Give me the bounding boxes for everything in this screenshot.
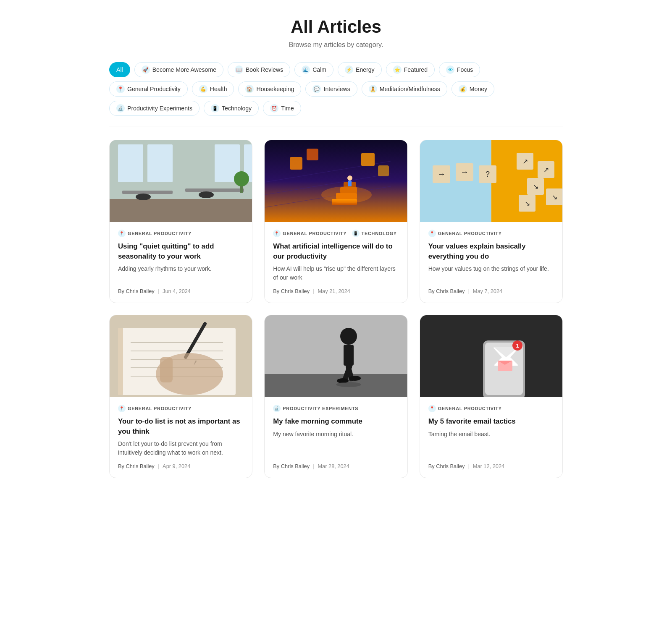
filter-btn-time[interactable]: ⏰Time [263,101,301,116]
filter-label-all: All [116,66,123,73]
svg-point-60 [340,328,357,345]
svg-text:↘: ↘ [524,200,530,207]
article-date-1: Jun 4, 2024 [163,288,191,294]
cat-label-primary-5: PRODUCTIVITY EXPERIMENTS [283,406,358,411]
svg-text:→: → [437,169,446,178]
article-desc-1: Adding yearly rhythms to your work. [118,264,244,282]
article-title-6: My 5 favorite email tactics [428,416,554,427]
filter-btn-money[interactable]: 💰Money [452,81,494,97]
article-cat-tag-primary-4: 📍GENERAL PRODUCTIVITY [118,405,192,412]
filter-icon-general-productivity: 📍 [116,85,125,93]
filter-btn-all[interactable]: All [109,62,130,77]
svg-rect-59 [265,374,407,397]
cat-label-primary-2: GENERAL PRODUCTIVITY [283,231,346,236]
article-cat-tag-primary-2: 📍GENERAL PRODUCTIVITY [273,230,346,237]
cat-icon-4: 📍 [118,405,126,412]
article-author-1: By Chris Bailey [118,288,155,294]
article-card-1[interactable]: 📍GENERAL PRODUCTIVITYUsing "quiet quitti… [109,140,252,303]
article-image-5 [265,315,407,397]
filter-label-general-productivity: General Productivity [127,86,181,92]
svg-text:↗: ↗ [522,158,528,165]
filter-btn-featured[interactable]: ⭐Featured [386,62,435,77]
filter-icon-book-reviews: 📖 [235,65,243,74]
filter-btn-book-reviews[interactable]: 📖Book Reviews [228,62,290,77]
filter-label-featured: Featured [404,66,428,73]
filter-icon-energy: ⚡ [345,65,353,74]
filter-icon-productivity-experiments: 🔬 [116,104,125,113]
article-body-4: 📍GENERAL PRODUCTIVITYYour to-do list is … [110,397,252,478]
filter-btn-technology[interactable]: 📱Technology [204,101,259,116]
filter-label-money: Money [470,86,487,92]
article-body-2: 📍GENERAL PRODUCTIVITY📱TECHNOLOGYWhat art… [265,222,407,303]
filter-label-energy: Energy [356,66,375,73]
filter-btn-health[interactable]: 💪Health [192,81,234,97]
svg-rect-61 [344,345,354,366]
cat-icon-1: 📍 [118,230,126,237]
svg-text:?: ? [486,170,490,178]
svg-rect-26 [378,165,389,176]
article-card-6[interactable]: 1 📍GENERAL PRODUCTIVITYMy 5 favorite ema… [420,315,563,478]
article-desc-4: Don't let your to-do list prevent you fr… [118,440,244,457]
article-image-1 [110,140,252,222]
article-image-4 [110,315,252,397]
article-cat-tag-primary-3: 📍GENERAL PRODUCTIVITY [428,230,502,237]
svg-text:→: → [460,167,469,176]
filter-btn-general-productivity[interactable]: 📍General Productivity [109,81,188,97]
filter-btn-meditation-mindfulness[interactable]: 🧘Meditation/Mindfulness [362,81,447,97]
filter-btn-productivity-experiments[interactable]: 🔬Productivity Experiments [109,101,200,116]
article-desc-6: Taming the email beast. [428,430,554,458]
article-image-6: 1 [420,315,562,397]
filter-btn-energy[interactable]: ⚡Energy [338,62,382,77]
article-title-3: Your values explain basically everything… [428,241,554,261]
filter-btn-focus[interactable]: 👁Focus [439,62,480,77]
filter-btn-become-more-awesome[interactable]: 🚀Become More Awesome [134,62,223,77]
article-category-row-1: 📍GENERAL PRODUCTIVITY [118,230,244,237]
article-title-1: Using "quiet quitting" to add seasonalit… [118,241,244,261]
article-cat-tag-primary-6: 📍GENERAL PRODUCTIVITY [428,405,502,412]
filter-icon-interviews: 💬 [312,85,321,93]
article-card-5[interactable]: 🔬PRODUCTIVITY EXPERIMENTSMy fake morning… [264,315,407,478]
filter-btn-interviews[interactable]: 💬Interviews [305,81,357,97]
svg-rect-2 [110,199,252,222]
article-author-4: By Chris Bailey [118,463,155,469]
filter-label-technology: Technology [222,105,252,112]
page-title: All Articles [109,17,563,37]
svg-rect-23 [290,157,302,170]
filter-btn-calm[interactable]: 🌊Calm [294,62,333,77]
filter-label-become-more-awesome: Become More Awesome [152,66,216,73]
divider [109,126,563,126]
article-title-5: My fake morning commute [273,416,399,427]
article-image-2 [265,140,407,222]
article-card-3[interactable]: → → ? ↗ ↗ ↘ ↘ ↘ 📍GENERAL PRODUCTIVITYYou… [420,140,563,303]
article-date-6: Mar 12, 2024 [473,463,504,469]
article-title-4: Your to-do list is not as important as y… [118,416,244,436]
filter-icon-become-more-awesome: 🚀 [142,65,150,74]
filter-label-housekeeping: Housekeeping [256,86,294,92]
svg-rect-22 [348,181,352,186]
article-author-3: By Chris Bailey [428,288,465,294]
article-category-row-6: 📍GENERAL PRODUCTIVITY [428,405,554,412]
article-card-2[interactable]: 📍GENERAL PRODUCTIVITY📱TECHNOLOGYWhat art… [264,140,407,303]
page-container: All Articles Browse my articles by categ… [101,0,571,495]
article-card-4[interactable]: 📍GENERAL PRODUCTIVITYYour to-do list is … [109,315,252,478]
article-meta-4: By Chris Bailey|Apr 9, 2024 [118,463,244,469]
filter-icon-meditation-mindfulness: 🧘 [369,85,377,93]
cat-label-primary-1: GENERAL PRODUCTIVITY [128,231,192,236]
svg-rect-7 [122,191,173,194]
svg-rect-25 [361,153,375,166]
svg-text:↘: ↘ [551,194,557,201]
article-desc-3: How your values tug on the strings of yo… [428,264,554,282]
filter-icon-time: ⏰ [270,104,278,113]
article-cat-tag-primary-5: 🔬PRODUCTIVITY EXPERIMENTS [273,405,358,412]
cat-label-primary-6: GENERAL PRODUCTIVITY [438,406,502,411]
filter-icon-health: 💪 [199,85,207,93]
cat-label-secondary-2: TECHNOLOGY [362,231,397,236]
article-category-row-2: 📍GENERAL PRODUCTIVITY📱TECHNOLOGY [273,230,399,237]
filter-label-health: Health [210,86,227,92]
filter-btn-housekeeping[interactable]: 🏠Housekeeping [238,81,301,97]
svg-point-12 [234,171,249,186]
cat-icon-2: 📍 [273,230,281,237]
article-meta-1: By Chris Bailey|Jun 4, 2024 [118,288,244,294]
meta-sep-6: | [468,463,469,469]
meta-sep-5: | [313,463,314,469]
